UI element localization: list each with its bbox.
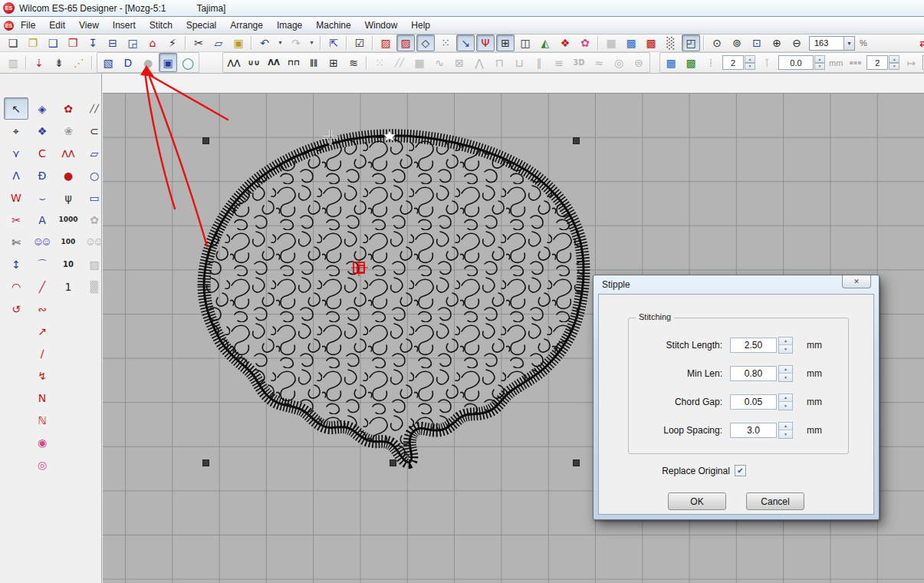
- curved-fill-button[interactable]: ∿: [430, 53, 449, 72]
- dim-picture-button[interactable]: ✿: [576, 35, 594, 51]
- menu-help[interactable]: Help: [404, 18, 437, 33]
- spin-up-icon[interactable]: ▲: [779, 394, 792, 403]
- travel-10-stitches-tool[interactable]: 10: [56, 253, 81, 275]
- stipple-fill-button[interactable]: ▣: [159, 53, 177, 72]
- mirror-merge-vertical-button[interactable]: ▩: [682, 53, 700, 72]
- spin-down-icon[interactable]: ▼: [779, 430, 792, 438]
- undo-list-button[interactable]: ▾: [275, 35, 285, 51]
- overview-window-button[interactable]: ◰: [682, 35, 700, 51]
- fur-effect-button[interactable]: ≈: [590, 53, 608, 72]
- column-stitch-button[interactable]: ⊓: [490, 53, 508, 72]
- copy-button[interactable]: ▱: [209, 35, 228, 51]
- travel-by-color-button[interactable]: ▥: [4, 53, 22, 72]
- stitch-edit-tool[interactable]: Λ: [4, 164, 28, 186]
- cut-button[interactable]: ✂: [189, 35, 208, 51]
- show-hoop-button[interactable]: ◫: [516, 35, 534, 51]
- select-last-object-button[interactable]: ⇱: [324, 35, 343, 51]
- redo-list-button[interactable]: ▾: [307, 35, 317, 51]
- zoom-out-button[interactable]: ⊖: [788, 35, 806, 51]
- pull-compensation-tool[interactable]: ●: [56, 164, 81, 186]
- stitch-length-input[interactable]: 2.50: [730, 338, 777, 353]
- zigzag-run-tool[interactable]: ↯: [30, 364, 54, 387]
- menu-special[interactable]: Special: [179, 18, 223, 33]
- menu-machine[interactable]: Machine: [309, 18, 357, 33]
- columns-dots-icon-button[interactable]: ▪▪▪: [846, 53, 864, 72]
- star-tool-tool[interactable]: ◉: [30, 431, 54, 453]
- reshape-fill-tool[interactable]: ❖: [30, 120, 54, 142]
- show-picture-button[interactable]: ❖: [556, 35, 574, 51]
- dialog-title[interactable]: Stipple: [602, 279, 630, 290]
- menu-edit[interactable]: Edit: [42, 18, 72, 33]
- menu-insert[interactable]: Insert: [106, 18, 143, 33]
- stitch-density-tool[interactable]: ⋀⋀: [56, 142, 81, 164]
- design-properties-button[interactable]: ☑: [350, 35, 369, 51]
- gate-stitch-button[interactable]: ⊔: [510, 53, 528, 72]
- machine-connection-button[interactable]: ⚡: [163, 35, 182, 51]
- cross-stitch-button[interactable]: ⊞: [324, 53, 343, 72]
- ring-tool-tool[interactable]: ◎: [30, 453, 54, 476]
- reshape-object-tool[interactable]: ◈: [30, 97, 54, 120]
- export-machine-file-button[interactable]: ↧: [84, 35, 102, 51]
- row-spacing-value-spinner[interactable]: ▲▼: [814, 55, 825, 70]
- select-object-tool[interactable]: ↖: [4, 97, 28, 120]
- digitize-closed-object-button[interactable]: ●: [139, 53, 157, 72]
- column-spacing-icon-button[interactable]: ↦: [902, 53, 920, 72]
- mirror-columns-input[interactable]: 2: [866, 55, 888, 70]
- lettering-tool[interactable]: A: [30, 209, 54, 231]
- thread-swap-tool[interactable]: ❀: [56, 120, 81, 142]
- undo-button[interactable]: ↶: [255, 35, 274, 51]
- knife-tool-tool[interactable]: ✄: [4, 231, 28, 253]
- remove-overlaps-tool[interactable]: Ð: [30, 164, 54, 186]
- ring-stitch-2-button[interactable]: ⊜: [630, 53, 648, 72]
- menu-window[interactable]: Window: [358, 18, 405, 33]
- print-button[interactable]: ⊟: [104, 35, 122, 51]
- zoom-in-button[interactable]: ⊕: [768, 35, 786, 51]
- thread-recolor-tool[interactable]: ✿: [56, 97, 81, 120]
- show-background-button[interactable]: ◭: [536, 35, 554, 51]
- mirror-rows-spinner[interactable]: ▲▼: [745, 55, 755, 70]
- chord-gap-spinner[interactable]: ▲ ▼: [778, 394, 793, 410]
- thread-colors-button[interactable]: ▩: [622, 35, 640, 51]
- row-spacing-icon-button[interactable]: ⊺: [758, 53, 776, 72]
- tatami-fill-button[interactable]: ⊓⊓: [284, 53, 303, 72]
- motif-fill-button[interactable]: ⁙: [370, 53, 389, 72]
- new-design-button[interactable]: ❏: [4, 35, 22, 51]
- loop-spacing-input[interactable]: 3.0: [730, 423, 777, 438]
- show-machine-functions-button[interactable]: ▨: [396, 35, 415, 51]
- paste-button[interactable]: ▣: [229, 35, 248, 51]
- zoom-level-combo[interactable]: 163▾: [809, 36, 855, 51]
- stitch-cut-tool[interactable]: ✂: [4, 209, 28, 231]
- replace-original-checkbox[interactable]: ✔: [735, 465, 746, 476]
- open-design-button[interactable]: ❐: [24, 35, 42, 51]
- color-film-button[interactable]: ▩: [642, 35, 660, 51]
- loop-spacing-spinner[interactable]: ▲ ▼: [778, 422, 793, 439]
- freehand-closed-object-button[interactable]: ◯: [179, 53, 197, 72]
- show-needle-button[interactable]: Ψ: [476, 35, 495, 51]
- convert-stitches-to-outlines-button[interactable]: ⇄: [915, 35, 924, 51]
- row-spacing-value-input[interactable]: 0.0: [778, 55, 814, 70]
- menu-image[interactable]: Image: [270, 18, 309, 33]
- menu-arrange[interactable]: Arrange: [223, 18, 270, 33]
- reshape-envelope-tool[interactable]: ⌒: [30, 253, 54, 275]
- spin-down-icon[interactable]: ▼: [814, 63, 825, 71]
- morphing-effect-tool[interactable]: W: [4, 186, 28, 209]
- polygon-select-tool[interactable]: ⌖: [4, 120, 28, 142]
- mirror-rows-input[interactable]: 2: [722, 55, 744, 70]
- selection-handle[interactable]: [573, 137, 580, 144]
- measure-tool-tool[interactable]: ╱: [30, 275, 54, 298]
- spin-down-icon[interactable]: ▼: [779, 374, 792, 381]
- smooth-curves-tool[interactable]: ⌣: [30, 186, 54, 209]
- menu-file[interactable]: File: [14, 18, 42, 33]
- save-design-button[interactable]: ❑: [44, 35, 62, 51]
- program-pattern-button[interactable]: ▧: [99, 53, 117, 72]
- rotate-loop-tool[interactable]: ↺: [4, 298, 28, 320]
- menu-view[interactable]: View: [72, 18, 106, 33]
- stitch-3d-effect-button[interactable]: 3D: [570, 53, 588, 72]
- contour-stitch-button[interactable]: ≡: [550, 53, 568, 72]
- spin-down-icon[interactable]: ▼: [745, 63, 755, 71]
- touch-up-picture-button[interactable]: ▦: [602, 35, 620, 51]
- wreath-dots-button[interactable]: ⁞: [702, 53, 720, 72]
- spin-down-icon[interactable]: ▼: [779, 345, 792, 353]
- zoom-factor-tool-button[interactable]: ⊙: [708, 35, 726, 51]
- save-to-machine-button[interactable]: ❒: [64, 35, 82, 51]
